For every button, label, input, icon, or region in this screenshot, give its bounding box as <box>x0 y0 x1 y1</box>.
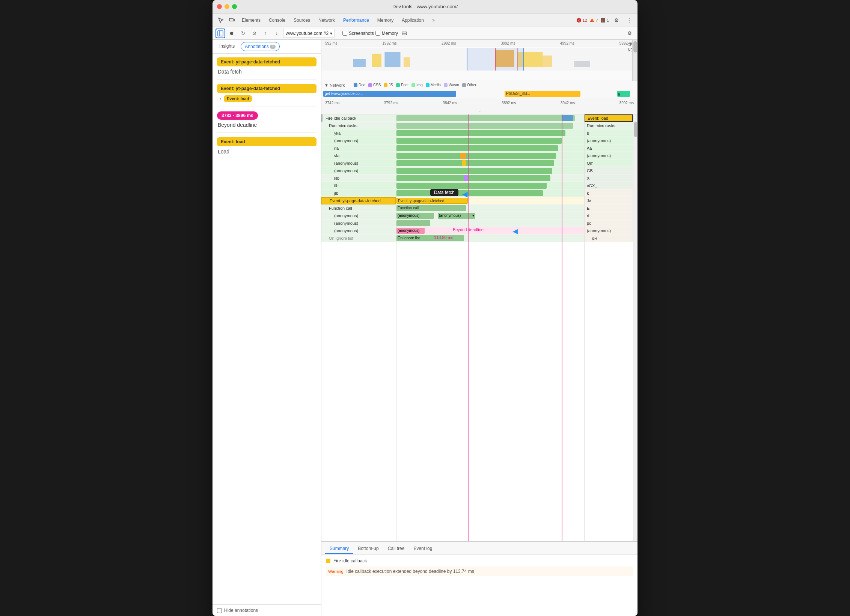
tab-memory[interactable]: Memory <box>374 16 397 24</box>
right-row-6[interactable]: Qm <box>585 159 633 167</box>
bar-run-micro[interactable] <box>396 123 573 129</box>
tab-summary[interactable]: Summary <box>325 544 353 554</box>
right-row-8[interactable]: X <box>585 174 633 182</box>
bar-flb[interactable] <box>396 183 547 189</box>
event-badge-load-2[interactable]: Event: load <box>217 137 316 146</box>
flame-row-6[interactable]: (anonymous) <box>321 159 396 167</box>
perf-settings-btn[interactable]: ⚙ <box>625 29 634 38</box>
tab-elements[interactable]: Elements <box>238 16 264 24</box>
flame-scrollbar[interactable] <box>633 114 638 541</box>
warning-count[interactable]: ! 7 <box>589 18 598 23</box>
bar-fire-idle[interactable] <box>396 115 575 121</box>
right-row-12[interactable]: E <box>585 204 633 212</box>
bar-anon-7[interactable]: (anonymous) <box>396 228 425 234</box>
event-badge-yt-page-1[interactable]: Event: yt-page-data-fetched <box>217 57 316 66</box>
settings-icon[interactable]: ⚙ <box>611 15 622 26</box>
memory-input[interactable] <box>375 31 380 36</box>
record-btn[interactable]: ⏺ <box>227 29 237 38</box>
right-row-14[interactable]: pc <box>585 219 633 227</box>
right-row-2[interactable]: b <box>585 129 633 137</box>
bar-anon-6[interactable] <box>396 220 430 226</box>
bar-on-ignore[interactable]: On ignore list <box>396 235 464 241</box>
bar-anon-2[interactable] <box>396 160 554 166</box>
flame-row-2[interactable]: yka <box>321 129 396 137</box>
bar-yka[interactable] <box>396 130 565 136</box>
event-badge-yt-page-2[interactable]: Event: yt-page-data-fetched <box>217 84 316 93</box>
refresh-btn[interactable]: ↻ <box>238 29 248 38</box>
more-options-icon[interactable]: ⋮ <box>624 15 634 26</box>
tab-application[interactable]: Application <box>398 16 428 24</box>
timeline-scrollbar[interactable] <box>632 40 638 81</box>
bar-anon-4[interactable]: (anonymous) <box>396 213 434 219</box>
memory-icon[interactable] <box>399 29 409 38</box>
screenshots-input[interactable] <box>342 31 347 36</box>
bar-jlb[interactable] <box>396 190 543 196</box>
error-count[interactable]: ✕ 12 <box>576 18 587 23</box>
flame-row-10[interactable]: jlb <box>321 189 396 197</box>
close-button[interactable] <box>217 4 222 9</box>
bar-anon-5-dropdown[interactable]: (anonymous)▾ <box>438 213 475 219</box>
flame-row-4[interactable]: rla <box>321 144 396 152</box>
bar-vla[interactable] <box>396 153 556 159</box>
tab-console[interactable]: Console <box>265 16 289 24</box>
right-row-16[interactable]: qR <box>585 234 633 242</box>
flame-row-9[interactable]: flb <box>321 182 396 189</box>
flame-row-1[interactable]: Run microtasks <box>321 122 396 129</box>
right-row-7[interactable]: GB <box>585 167 633 174</box>
tab-network[interactable]: Network <box>315 16 339 24</box>
tab-bottom-up[interactable]: Bottom-up <box>353 544 383 554</box>
memory-checkbox[interactable]: Memory <box>375 31 398 36</box>
info-count[interactable]: i 1 <box>600 18 609 23</box>
bar-anon-1[interactable] <box>396 138 562 144</box>
bar-event-yt[interactable]: Event: yt-page-data-fetched <box>396 198 468 204</box>
deadline-badge[interactable]: 3783 - 3896 ms <box>217 111 258 120</box>
inspect-element-icon[interactable] <box>216 15 226 26</box>
right-row-13[interactable]: ri <box>585 212 633 219</box>
right-row-15[interactable]: (anonymous) <box>585 227 633 234</box>
network-request-1[interactable]: get (www.youtube.co... <box>323 91 456 97</box>
bar-klb[interactable] <box>396 175 550 181</box>
right-row-9[interactable]: cGX_ <box>585 182 633 189</box>
flame-row-3[interactable]: (anonymous) <box>321 137 396 144</box>
right-row-3[interactable]: (anonymous) <box>585 137 633 144</box>
bar-function-call[interactable]: Function call <box>396 205 466 211</box>
tab-event-log[interactable]: Event log <box>409 544 437 554</box>
right-row-0[interactable]: Event: load <box>585 114 633 122</box>
screenshots-checkbox[interactable]: Screenshots <box>342 31 374 36</box>
flame-row-13[interactable]: (anonymous) <box>321 212 396 219</box>
device-toggle-icon[interactable] <box>227 15 237 26</box>
tab-more[interactable]: » <box>428 16 439 24</box>
network-request-2[interactable]: PSDnSI_8fd... <box>505 91 580 97</box>
tab-insights[interactable]: Insights <box>216 42 238 51</box>
minimize-button[interactable] <box>225 4 229 9</box>
scrollbar-thumb[interactable] <box>634 122 637 137</box>
sidebar-toggle-btn[interactable] <box>216 29 225 38</box>
maximize-button[interactable] <box>232 4 237 9</box>
tab-performance[interactable]: Performance <box>339 16 373 24</box>
recording-selector[interactable]: www.youtube.com #2 ▾ <box>283 29 335 38</box>
upload-btn[interactable]: ↑ <box>261 29 270 38</box>
right-row-1[interactable]: Run microtasks <box>585 122 633 129</box>
network-request-3[interactable]: g <box>617 91 630 97</box>
bar-anon-3[interactable] <box>396 168 552 174</box>
flame-row-15[interactable]: (anonymous) <box>321 227 396 234</box>
bar-rla[interactable] <box>396 145 558 151</box>
right-row-5[interactable]: (anonymous) <box>585 152 633 159</box>
flame-row-0[interactable]: Fire idle callback <box>321 114 396 122</box>
flame-row-16[interactable]: On ignore list <box>321 234 396 242</box>
flame-row-11[interactable]: Event: yt-page-data-fetched <box>321 197 396 204</box>
event-badge-load-1[interactable]: Event: load <box>224 95 252 102</box>
right-row-4[interactable]: Aa <box>585 144 633 152</box>
right-row-10[interactable]: k <box>585 189 633 197</box>
flame-row-14[interactable]: (anonymous) <box>321 219 396 227</box>
network-track-label[interactable]: ▼ Network <box>324 83 351 87</box>
tab-annotations[interactable]: Annotations4 <box>241 42 280 51</box>
timeline-selection[interactable] <box>467 48 524 71</box>
tab-sources[interactable]: Sources <box>290 16 314 24</box>
hide-annotations-input[interactable] <box>217 608 222 613</box>
flame-row-7[interactable]: (anonymous) <box>321 167 396 174</box>
flame-row-5[interactable]: vla <box>321 152 396 159</box>
flame-row-8[interactable]: klb <box>321 174 396 182</box>
right-row-11[interactable]: Jv <box>585 197 633 204</box>
bar-fire-idle-right[interactable] <box>562 115 573 121</box>
